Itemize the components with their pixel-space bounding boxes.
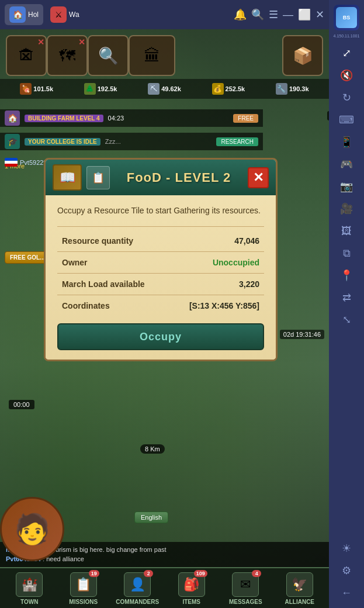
alliance-icon: 🦅 [286,572,313,597]
building-timer: 04:23 [108,115,124,122]
nav-missions[interactable]: 📋 19 MISSIONS [60,571,107,605]
brightness-icon[interactable]: ☀ [335,538,358,559]
nav-items-label: ITEMS [182,599,200,605]
resource-gold: 💰 252.5k [212,83,245,95]
nav-items[interactable]: 🎒 109 ITEMS [168,571,215,605]
free-button[interactable]: FREE [233,114,258,123]
dialog-subtitle: Occupy a Resource Tile to start Gatherin… [57,205,264,217]
stone-value: 49.62k [161,85,181,92]
tom-circle: 🧑 [0,497,64,561]
nav-town[interactable]: 🏰 TOWN [6,571,53,605]
keyboard-icon[interactable]: ⌨ [335,109,358,130]
minimize-icon[interactable]: — [283,9,293,21]
nav-messages-wrap: ✉ 4 [231,571,260,597]
resource-quantity-row: Resource quantity 47,046 [57,230,264,252]
nav-town-wrap: 🏰 [15,571,44,597]
bluestacks-logo: BS [334,5,359,30]
build-icon-4[interactable]: 🏛 [129,35,175,76]
build-icon-2[interactable]: 🗺 ✕ [47,35,88,76]
nav-messages[interactable]: ✉ 4 MESSAGES [222,571,269,605]
taskbar: 🏠 Hol ⚔ Wa 🔔 🔍 ☰ — ⬜ ✕ [0,0,329,29]
taskbar-app-home[interactable]: 🏠 Hol [5,4,43,25]
bs-logo-inner: BS [336,7,357,28]
march-load-value: 3,220 [239,279,259,289]
home-app-label: Hol [28,11,39,19]
gold-icon: 💰 [212,83,224,95]
free-gold-button[interactable]: FREE GOL... [5,251,50,264]
owner-value: Unoccupied [213,258,259,267]
build-icon-3[interactable]: 🔍 [88,35,129,76]
resource-quantity-label: Resource quantity [62,236,133,246]
stone-icon: ⛏ [148,83,160,95]
nav-missions-label: MISSIONS [69,599,98,605]
back-icon[interactable]: ← [335,582,358,603]
nav-alliance-label: ALLIANCE [285,599,314,605]
college-status: Zzz... [105,138,121,145]
coordinates-value: [S:13 X:456 Y:856] [189,301,259,310]
bluestacks-sidebar: BS 4.150.11.1001 ⤢ 🔇 ↻ ⌨ 📱 🎮 📷 🎥 🖼 ⧉ 📍 ⇄… [329,0,364,608]
settings-icon[interactable]: ⚙ [335,560,358,581]
language-selector[interactable]: English [134,512,168,523]
home-app-icon: 🏠 [9,6,26,23]
college-notification: 🎓 YOUR COLLEGE IS IDLE Zzz... RESEARCH [0,133,263,150]
build-icon-5[interactable]: 📦 [282,35,323,76]
nav-commanders[interactable]: 👤 2 COMMANDERS [114,571,161,605]
dialog-title: FooD - LEVEL 2 [115,170,243,185]
build-x-1: ✕ [37,37,44,47]
resize-icon[interactable]: ⤡ [335,309,358,330]
video-icon[interactable]: 🎥 [335,198,358,219]
coordinates-label: Coordinates [62,301,110,310]
food-icon: 🍖 [20,83,32,95]
dialog-divider-top [57,226,264,227]
resource-wood: 🌲 192.5k [84,83,117,95]
missions-badge: 19 [89,570,99,577]
flag-icon [5,158,18,167]
war-app-icon: ⚔ [50,6,67,23]
taskbar-app-war[interactable]: ⚔ Wa [46,4,84,25]
resource-bar: 🍖 101.5k 🌲 192.5k ⛏ 49.62k 💰 252.5k 🔧 19… [0,79,329,99]
location-icon[interactable]: 📍 [335,265,358,286]
resource-food: 🍖 101.5k [20,83,53,95]
dialog-close-button[interactable]: ✕ [248,167,269,188]
nav-alliance-wrap: 🦅 [285,571,314,597]
notification-icon[interactable]: 🔔 [234,8,247,21]
messages-badge: 4 [252,570,261,577]
bottom-nav: 🏰 TOWN 📋 19 MISSIONS 👤 2 COMMANDERS 🎒 10… [0,567,329,608]
march-load-label: March Load available [62,279,145,289]
tom-avatar[interactable]: 🧑 [0,497,70,567]
mute-icon[interactable]: 🔇 [335,65,358,86]
layers-icon[interactable]: ⧉ [335,243,358,264]
search-icon[interactable]: 🔍 [251,8,264,21]
image-icon[interactable]: 🖼 [335,220,358,241]
building-notification: 🏠 BUILDING FARM LEVEL 4 04:23 FREE [0,109,263,127]
building-icons-row: 🏚 ✕ 🗺 ✕ 🔍 🏛 📦 [0,32,329,79]
nav-town-label: TOWN [20,599,38,605]
town-icon: 🏰 [16,572,43,597]
expand-icon[interactable]: ⤢ [335,43,358,64]
rotate-icon[interactable]: ↻ [335,87,358,108]
swap-icon[interactable]: ⇄ [335,287,358,308]
dialog-book-icon: 📖 [53,164,82,191]
owner-row: Owner Unoccupied [57,252,264,274]
maximize-icon[interactable]: ⬜ [298,8,311,21]
resource-quantity-value: 47,046 [234,236,259,246]
build-icon-1[interactable]: 🏚 ✕ [6,35,47,76]
iron-icon: 🔧 [276,83,287,95]
occupy-button[interactable]: Occupy [57,323,264,350]
food-dialog: 📖 📋 FooD - LEVEL 2 ✕ Occupy a Resource T… [44,158,278,361]
menu-icon[interactable]: ☰ [269,8,278,21]
building-label: BUILDING FARM LEVEL 4 [25,115,103,122]
research-button[interactable]: RESEARCH [216,137,258,146]
nav-messages-label: MESSAGES [229,599,262,605]
iron-value: 190.3k [289,85,309,92]
items-badge: 109 [194,570,207,577]
capture-icon[interactable]: 📷 [335,176,358,197]
dialog-body: Occupy a Resource Tile to start Gatherin… [46,195,276,360]
resource-stone: ⛏ 49.62k [148,83,181,95]
phone-icon[interactable]: 📱 [335,132,358,153]
wood-icon: 🌲 [84,83,96,95]
close-icon[interactable]: ✕ [316,8,324,21]
gamepad-icon[interactable]: 🎮 [335,154,358,175]
nav-alliance[interactable]: 🦅 ALLIANCE [276,571,323,605]
dialog-copy-icon[interactable]: 📋 [86,166,110,189]
